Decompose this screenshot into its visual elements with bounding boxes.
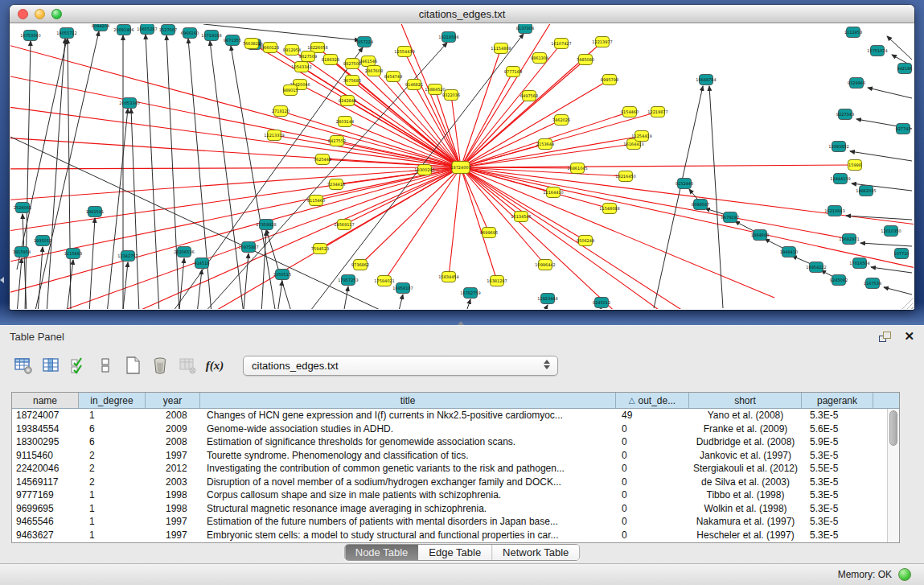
show-hide-columns-icon[interactable] [68, 355, 88, 376]
function-builder-icon[interactable]: f(x) [204, 355, 225, 376]
table-row[interactable]: 946554611997Estimation of the future num… [12, 515, 887, 529]
table-row[interactable]: 1938455462009Genome-wide association stu… [12, 422, 887, 436]
window-titlebar[interactable]: citations_edges.txt [10, 5, 914, 23]
table-row[interactable]: 2242004622012Investigating the contribut… [12, 462, 887, 476]
table-mode-tabs: Node TableEdge TableNetwork Table [344, 544, 581, 561]
table-row[interactable]: 1456911722003Disruption of a novel membe… [12, 476, 887, 489]
column-header-name[interactable]: name [12, 393, 79, 408]
node-label: 9777169 [504, 69, 522, 74]
table-cell: 5.3E-5 [802, 515, 873, 529]
black-edge [38, 247, 43, 309]
node-label: 16954222 [806, 265, 826, 270]
red-edge [10, 137, 461, 167]
select-column-icon[interactable] [40, 355, 61, 376]
node-label: 20091406 [113, 27, 133, 32]
table-cell: 0 [616, 502, 689, 516]
vertical-scrollbar[interactable] [887, 409, 899, 542]
column-header-year[interactable]: year [146, 393, 200, 408]
red-edge [10, 40, 461, 167]
node-label: 12444139 [830, 176, 850, 181]
table-row[interactable]: 977716911998Corpus callosum shape and si… [12, 488, 887, 502]
node-label: 2803144 [336, 119, 354, 124]
black-edge [860, 243, 912, 246]
table-cell: 9777169 [12, 488, 79, 502]
node-label: 8137304 [516, 26, 534, 31]
red-edge [461, 167, 521, 216]
left-panel-splitter-arrow[interactable] [0, 277, 4, 283]
black-edge [68, 39, 71, 309]
black-edge [25, 41, 31, 309]
table-row[interactable]: 1872400712008Changes of HCN gene express… [12, 409, 887, 422]
table-cell: 2003 [146, 476, 200, 489]
black-edge [871, 267, 912, 273]
dropdown-stepper-icon [544, 360, 550, 369]
table-cell: Changes of HCN gene expression and I(f) … [200, 409, 616, 422]
citation-network-graph[interactable]: 1675356014055712809420420091406106552871… [10, 24, 914, 309]
node-label: 1112453 [844, 30, 862, 35]
node-label: 15751074 [867, 48, 887, 53]
node-label: 7462026 [552, 117, 570, 122]
node-label: 9245082 [830, 278, 848, 282]
node-label: 16753560 [20, 33, 40, 38]
scrollbar-thumb[interactable] [889, 410, 897, 446]
window-title: citations_edges.txt [419, 8, 506, 20]
delete-table-icon[interactable] [150, 355, 170, 376]
column-header-title[interactable]: title [200, 393, 616, 408]
table-cell: 5.5E-5 [802, 462, 873, 476]
column-header-out_de[interactable]: △out_de... [616, 393, 689, 408]
table-cell: Hescheler et al. (1997) [689, 529, 802, 542]
black-edge [868, 88, 912, 98]
table-cell: 6 [79, 422, 146, 436]
node-label: 18226058 [307, 45, 327, 50]
node-label: 15134545 [511, 214, 531, 219]
black-edge [887, 36, 912, 60]
red-edge [461, 96, 529, 167]
table-row[interactable]: 1830029562008Estimation of significance … [12, 435, 887, 449]
tab-network-table[interactable]: Network Table [491, 545, 579, 560]
row-options-icon[interactable] [95, 355, 116, 376]
column-header-pagerank[interactable]: pagerank [802, 393, 873, 408]
close-window-icon[interactable] [18, 9, 28, 19]
column-header-short[interactable]: short [689, 393, 802, 408]
memory-ok-indicator-icon[interactable] [898, 568, 911, 581]
table-cell: 9465546 [12, 515, 79, 529]
table-cell: Dudbridge et al. (2008) [689, 435, 802, 449]
close-panel-icon[interactable]: ✕ [904, 331, 914, 342]
node-label: 1946410 [780, 249, 798, 254]
node-label: 1527007 [159, 27, 177, 32]
attribute-table-gear-icon[interactable] [13, 355, 34, 376]
table-row[interactable]: 911546021997Tourette syndrome. Phenomeno… [12, 449, 887, 463]
table-cell: Tibbo et al. (1998) [689, 488, 802, 502]
node-label: 16861045 [567, 166, 587, 171]
table-cell: 2 [79, 449, 146, 463]
create-table-icon[interactable] [122, 355, 143, 376]
node-label: 9115460 [307, 198, 325, 203]
node-label: 6966160 [181, 31, 199, 35]
node-label: 16782759 [460, 290, 480, 295]
node-label: 927743 [895, 126, 910, 131]
table-cell: 5.3E-5 [802, 449, 873, 463]
table-row[interactable]: 969969511998Structural magnetic resonanc… [12, 502, 887, 516]
black-edge [47, 39, 65, 309]
column-header-in_degree[interactable]: in_degree [79, 393, 146, 408]
node-label: 16164413 [623, 142, 643, 146]
node-label: 12213319 [264, 133, 284, 138]
zoom-window-icon[interactable] [51, 9, 62, 19]
minimize-window-icon[interactable] [35, 9, 45, 19]
table-cell: 9463627 [12, 529, 79, 542]
node-table: namein_degreeyeartitle△out_de...shortpag… [11, 392, 900, 543]
table-row[interactable]: 946362711997Embryonic stem cells: a mode… [12, 529, 887, 542]
red-edge [360, 167, 461, 265]
table-cell: 5.3E-5 [802, 502, 873, 516]
float-panel-icon[interactable] [879, 332, 891, 342]
tab-node-table[interactable]: Node Table [345, 545, 419, 560]
node-label: 942186 [897, 66, 912, 71]
table-cell: 0 [616, 488, 689, 502]
table-select-dropdown[interactable]: citations_edges.txt [243, 356, 558, 376]
table-cell: 1998 [146, 488, 200, 502]
network-canvas[interactable]: 1675356014055712809420420091406106552871… [10, 24, 914, 309]
node-label: 9736862 [351, 262, 369, 267]
network-view-window[interactable]: citations_edges.txt 16753560140557128094… [10, 5, 914, 310]
table-cell: 1997 [146, 529, 200, 542]
tab-edge-table[interactable]: Edge Table [418, 545, 491, 560]
